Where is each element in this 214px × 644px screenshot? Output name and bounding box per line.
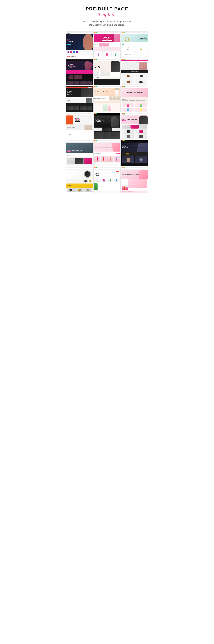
- template-card-5[interactable]: FALL SALE ALL UP TO 70% OFF UNDER $25 DI…: [94, 58, 120, 85]
- template-1-logo: CROMATIX: [67, 33, 70, 34]
- t2-discount: 7%OFF: [102, 36, 112, 39]
- t9-spa-italic: SPA Centre: [122, 99, 145, 100]
- t4-feels: FEELS LIKE: [70, 67, 76, 68]
- t17-red-btn[interactable]: SHOP NOW: [116, 170, 120, 172]
- t17-nav: CROMATIX: [94, 168, 98, 169]
- t3-jewelry-3[interactable]: DIAMOND WORKS: [122, 52, 134, 58]
- t7-field: WE WORK IN THE FIELD OF AN APPROACH TO T…: [67, 100, 85, 101]
- header-title: PRE-BUILT PAGE: [68, 6, 146, 12]
- t16-watch-1[interactable]: [84, 179, 88, 183]
- t14-nail-2[interactable]: Red: [101, 156, 107, 162]
- t10-nav: CROMATIX: [67, 114, 70, 115]
- t12-item-4[interactable]: [135, 134, 147, 139]
- t17-icon-3: Vegan: [110, 179, 111, 182]
- t3-jewelry-1[interactable]: [122, 46, 134, 52]
- t9-product-4[interactable]: [135, 108, 147, 112]
- t1-cta[interactable]: SHOP NOW: [67, 44, 71, 45]
- t13-wardrobe: Style your workout wardrobe: [67, 155, 75, 156]
- template-card-16[interactable]: CROMATIX World of watches Men's collecti…: [66, 167, 93, 193]
- t15-short-story: OUR SHORT STORY: [122, 164, 128, 165]
- t9-spa-text: SPA Centre Coming is a Place Where You c…: [122, 100, 145, 101]
- t16-nav: CROMATIX: [67, 168, 70, 169]
- t15-ds-2[interactable]: [135, 156, 147, 163]
- t14-nail-4[interactable]: Purple: [114, 156, 120, 162]
- t12-item-1[interactable]: [122, 129, 134, 134]
- t15-expectations: YOUR EXPECTATIONS: [122, 148, 144, 150]
- t15-call-me: CALL ME: [122, 154, 125, 154]
- t3-jewelry-2[interactable]: [135, 46, 147, 52]
- template-card-15[interactable]: CROMATIX ALWAYS FULFILLING YOUR EXPECTAT…: [121, 140, 148, 166]
- t6-product-1[interactable]: [122, 73, 134, 79]
- t3-vibrant: VIBRANT DESIGN: [125, 44, 130, 44]
- t2-product-3[interactable]: [112, 51, 120, 58]
- template-card-12[interactable]: CROMATIX LET YOUR JOURNEY WITH US TODAY …: [121, 113, 148, 139]
- t10-difference: DIFFERENCE: [75, 120, 80, 121]
- template-card-3[interactable]: THERE'S ONLY ONE THERE'S ONLY ONE SHOP V…: [121, 32, 148, 58]
- t17-icon-1: Natural: [97, 179, 98, 182]
- template-card-8[interactable]: The Skin Serum Foundation Best Cosmetics…: [94, 86, 120, 112]
- header-description: Get a collection of a great variety of r…: [68, 20, 146, 27]
- t18-bottom-label: PROFESSIONAL CARE FOR YOUR HANDS: [122, 192, 134, 192]
- t3-jewelry-4[interactable]: [135, 52, 147, 58]
- t16-bw-1[interactable]: [67, 188, 75, 192]
- header-subtitle: Templates: [68, 12, 146, 18]
- t13-col-3[interactable]: [84, 158, 92, 164]
- t1-lippies: LIPPIES: [67, 41, 74, 42]
- t13-today[interactable]: SHOP NOW: [67, 151, 71, 152]
- template-card-10[interactable]: CROMATIX DETAILS MAKE ★ THE DIFFERENCE L…: [66, 113, 93, 139]
- template-card-17[interactable]: CROMATIX SHOP NOW It's all you. Natural …: [94, 167, 120, 193]
- t14-nail-3[interactable]: Coral: [107, 156, 113, 162]
- template-card-1[interactable]: CROMATIX FAN SAVE SAVE LIPPIES SAVE RICH…: [66, 32, 93, 58]
- t2-shop[interactable]: SHOP NOW: [102, 40, 112, 41]
- t13-col-2[interactable]: [75, 158, 83, 164]
- template-card-13[interactable]: CROMATIX LIFT YOUR JOURNEY WITH US TODAY…: [66, 140, 93, 166]
- t6-product-3[interactable]: [122, 79, 134, 85]
- t17-footer: Made at xavier friendly email: [104, 192, 110, 192]
- t14-nail-1[interactable]: Pink: [94, 156, 100, 162]
- t7-logo: Cromatrix: [67, 88, 70, 88]
- t18-nav: CROMATIX: [122, 168, 126, 169]
- t3-shop[interactable]: SHOP: [122, 44, 124, 44]
- template-card-18[interactable]: CROMATIX PROFESSIONAL CARE FOR YOUR HAND…: [121, 167, 148, 193]
- t7-quote[interactable]: GET A QUOTE: [88, 87, 92, 88]
- t12-shop[interactable]: SHOP NOW: [122, 120, 126, 121]
- template-card-2[interactable]: NEW PRODUCTS & MUCH MORE 7%OFF OFF SHOP …: [94, 32, 120, 58]
- template-card-4[interactable]: lingerie $49 SEXY ILLUSIONS BRA AND PANT…: [66, 58, 93, 85]
- t6-nav-text: ALL 50% OFF: [132, 60, 137, 61]
- t9-product-1[interactable]: [122, 104, 134, 107]
- t16-bw-3[interactable]: [84, 188, 92, 192]
- t17-bottle: [94, 183, 98, 190]
- t17-icon-2: Organic: [103, 179, 105, 182]
- t2-popular: POPULAR: [94, 44, 98, 45]
- t16-collection: Men's collection: [67, 181, 83, 182]
- t15-ds-1[interactable]: [122, 156, 134, 163]
- t12-item-3[interactable]: [122, 134, 134, 139]
- t9-product-3[interactable]: [122, 108, 134, 112]
- t5-discover: DISCOVER OVER 200 BRANDS: [102, 82, 112, 82]
- t12-item-2[interactable]: [135, 129, 147, 134]
- t14-shop[interactable]: SHOP NOW: [116, 153, 120, 154]
- t15-call-btn[interactable]: CALL ME: [126, 154, 129, 154]
- t2-product-1[interactable]: [94, 51, 102, 58]
- t11-nav: CROMATIX: [94, 114, 98, 115]
- t13-col-1[interactable]: [67, 158, 75, 164]
- template-card-14[interactable]: CROMATIX Fingertips this is where Cosmet…: [94, 140, 120, 166]
- t10-feeling: FREEING & EFFORTLESS: [67, 127, 75, 128]
- t8-will-give: We will Give You Real Cosmetics: [94, 102, 103, 102]
- t4-price2: $15: [67, 76, 69, 78]
- t6-product-4[interactable]: [135, 79, 147, 85]
- t5-underprice: $25: [97, 77, 99, 78]
- t16-watch-2[interactable]: [88, 179, 92, 183]
- t16-bw-2[interactable]: [75, 188, 83, 192]
- t4-sexy: SEXY: [70, 64, 76, 65]
- t6-product-2[interactable]: [135, 73, 147, 79]
- t10-cta[interactable]: LEARN MORE: [75, 121, 80, 122]
- template-card-11[interactable]: CROMATIX RUN LIKE THE WORLD DEPENDS ON I…: [94, 113, 120, 139]
- t8-best: Best Cosmetics in the Market: [94, 98, 106, 99]
- t2-product-2[interactable]: [103, 51, 111, 58]
- template-card-9[interactable]: Cosmetrix Health and Beauty Center SPA C…: [121, 86, 148, 112]
- template-card-6[interactable]: ALL 50% OFF SHOP THE TREND THE FALL STYL…: [121, 58, 148, 85]
- t9-health: Health and Beauty Center: [127, 92, 142, 94]
- t9-product-2[interactable]: [135, 104, 147, 107]
- template-card-7[interactable]: Cromatrix GET A QUOTE TATTOOSTUDIO INYOU…: [66, 86, 93, 112]
